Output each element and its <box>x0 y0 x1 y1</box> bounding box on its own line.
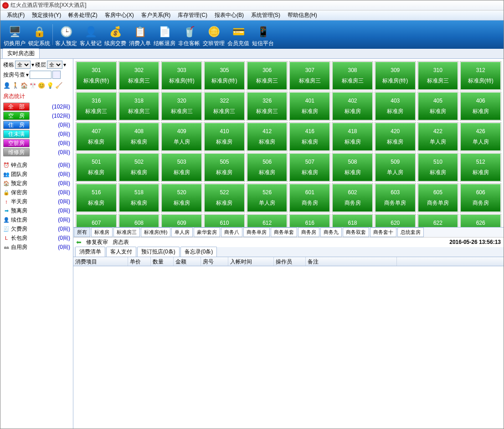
filter-tab[interactable]: 商务单套 <box>271 227 297 237</box>
toolbar-button[interactable]: 📋消费入单 <box>128 22 152 47</box>
room-cell[interactable]: 409单人房 <box>161 123 202 151</box>
room-cell[interactable]: 610商务房 <box>204 214 245 227</box>
room-cell[interactable]: 412标准房 <box>247 123 288 151</box>
room-cell[interactable]: 508标准房 <box>332 153 373 181</box>
room-cell[interactable]: 608商务房 <box>119 214 159 227</box>
room-cell[interactable]: 301标准房(特) <box>76 62 117 90</box>
legend-item[interactable]: 🧾欠费房(0间) <box>3 224 70 233</box>
room-cell[interactable]: 408标准房 <box>119 123 159 151</box>
filter-tab[interactable]: 商务套十 <box>370 227 396 237</box>
room-cell[interactable]: 402标准房 <box>332 92 373 120</box>
menu-item[interactable]: 帐务处理(Z) <box>65 10 101 20</box>
stat-button[interactable]: 空脏房 <box>3 139 30 147</box>
room-cell[interactable]: 316标准房三 <box>76 92 117 120</box>
grid-column-header[interactable]: 消费项目 <box>73 257 128 266</box>
legend-item[interactable]: 🏠预定房(0间) <box>3 179 70 188</box>
toolbar-button[interactable]: 💳会员充值 <box>226 22 251 47</box>
room-cell[interactable]: 320标准房三 <box>161 92 202 120</box>
filter-tab[interactable]: 商务双套 <box>343 227 369 237</box>
floor-select[interactable]: 全 <box>47 61 62 69</box>
home-icon[interactable]: 🏠 <box>21 82 28 89</box>
room-cell[interactable]: 310标准房三 <box>418 62 458 90</box>
menu-item[interactable]: 帮助信息(H) <box>284 10 321 20</box>
tab-realtime-rooms[interactable]: 实时房态图 <box>2 48 40 58</box>
room-cell[interactable]: 603商务单房 <box>375 184 416 212</box>
room-cell[interactable]: 502标准房 <box>119 153 159 181</box>
room-cell[interactable]: 403标准房 <box>375 92 416 120</box>
stat-button[interactable]: 全 部 <box>3 103 30 111</box>
room-cell[interactable]: 506标准房 <box>247 153 288 181</box>
grid-column-header[interactable]: 单价 <box>128 257 151 266</box>
room-search-input[interactable] <box>30 71 51 79</box>
grid-column-header[interactable]: 金额 <box>174 257 201 266</box>
room-cell[interactable]: 422单人房 <box>418 123 458 151</box>
bulb-icon[interactable]: 💡 <box>46 82 54 89</box>
grid-column-header[interactable]: 备注 <box>306 257 397 266</box>
toolbar-button[interactable]: 💰续房交费 <box>103 22 128 47</box>
room-cell[interactable]: 516标准房 <box>76 184 117 212</box>
flag-icon[interactable]: 🎌 <box>29 82 36 89</box>
stat-row[interactable]: 空脏房(0间) <box>3 139 70 148</box>
room-cell[interactable]: 326标准房三 <box>247 92 288 120</box>
detail-tab[interactable]: 预订抵店(0条) <box>137 247 180 257</box>
toolbar-button[interactable]: 🕒客人预定 <box>54 22 78 47</box>
filter-tab[interactable]: 商务九 <box>320 227 342 237</box>
room-cell[interactable]: 322标准房三 <box>204 92 245 120</box>
menu-item[interactable]: 系统管理(S) <box>247 10 284 20</box>
room-cell[interactable]: 626商务单房 <box>460 214 501 227</box>
menu-item[interactable]: 预定接待(Y) <box>28 10 65 20</box>
room-table-link[interactable]: 房态表 <box>113 238 129 246</box>
menu-item[interactable]: 客户关系(R) <box>138 10 175 20</box>
stat-button[interactable]: 空 房 <box>3 112 30 120</box>
room-cell[interactable]: 401标准房 <box>289 92 330 120</box>
room-cell[interactable]: 416标准房 <box>289 123 330 151</box>
room-cell[interactable]: 605商务单房 <box>418 184 458 212</box>
room-cell[interactable]: 509单人房 <box>375 153 416 181</box>
stat-row[interactable]: 住未满(0间) <box>3 129 70 139</box>
back-arrow-icon[interactable]: ⬅ <box>76 238 82 246</box>
room-cell[interactable]: 512标准房 <box>460 153 501 181</box>
room-cell[interactable]: 620商务房 <box>375 214 416 227</box>
room-cell[interactable]: 426单人房 <box>460 123 501 151</box>
walk-icon[interactable]: 🚶 <box>12 82 19 89</box>
legend-item[interactable]: 👥团队房(0间) <box>3 170 70 179</box>
toolbar-button[interactable]: 🖥️切换用户 <box>2 22 27 47</box>
filter-tab[interactable]: 标准房三 <box>113 227 140 237</box>
room-cell[interactable]: 305标准房(特) <box>204 62 245 90</box>
detail-tab[interactable]: 客人支付 <box>106 247 136 257</box>
detail-tab[interactable]: 备忘录(0条) <box>180 247 217 257</box>
room-cell[interactable]: 505标准房 <box>204 153 245 181</box>
room-cell[interactable]: 609商务单房 <box>161 214 202 227</box>
room-cell[interactable]: 503标准房 <box>161 153 202 181</box>
menu-item[interactable]: 系统(F) <box>3 10 28 20</box>
room-cell[interactable]: 607商务单房 <box>76 214 117 227</box>
legend-item[interactable]: ↕半天房(0间) <box>3 197 70 206</box>
toolbar-button[interactable]: 📱短信平台 <box>251 22 275 47</box>
filter-tab[interactable]: 商务八 <box>221 227 242 237</box>
grid-column-header[interactable]: 入帐时间 <box>228 257 274 266</box>
room-cell[interactable]: 526单人房 <box>247 184 288 212</box>
room-cell[interactable]: 606商务房 <box>460 184 501 212</box>
legend-item[interactable]: L长包房(0间) <box>3 233 70 243</box>
repair-audit-link[interactable]: 修复夜审 <box>86 238 108 246</box>
filter-tab[interactable]: 标准房(特) <box>141 227 170 237</box>
room-cell[interactable]: 601商务房 <box>289 184 330 212</box>
filter-tab[interactable]: 所有 <box>74 227 90 237</box>
room-cell[interactable]: 303标准房(特) <box>161 62 202 90</box>
toolbar-button[interactable]: 🔒锁定系统 <box>27 22 51 47</box>
filter-tab[interactable]: 商务房 <box>298 227 319 237</box>
room-cell[interactable]: 306标准房三 <box>247 62 288 90</box>
room-cell[interactable]: 501标准房 <box>76 153 117 181</box>
room-cell[interactable]: 612商务房 <box>247 214 288 227</box>
room-cell[interactable]: 312标准房(特) <box>460 62 501 90</box>
filter-tab[interactable]: 标准房 <box>91 227 113 237</box>
room-cell[interactable]: 622商务房 <box>418 214 458 227</box>
stat-row[interactable]: 空 房(102间) <box>3 111 70 120</box>
face-icon[interactable]: 😊 <box>38 82 45 89</box>
filter-tab[interactable]: 单人房 <box>171 227 193 237</box>
room-cell[interactable]: 407标准房 <box>76 123 117 151</box>
search-button[interactable] <box>52 71 61 79</box>
legend-item[interactable]: 🏘自用房(0间) <box>3 243 70 252</box>
menu-item[interactable]: 客房中心(X) <box>101 10 138 20</box>
room-cell[interactable]: 318标准房三 <box>119 92 159 120</box>
